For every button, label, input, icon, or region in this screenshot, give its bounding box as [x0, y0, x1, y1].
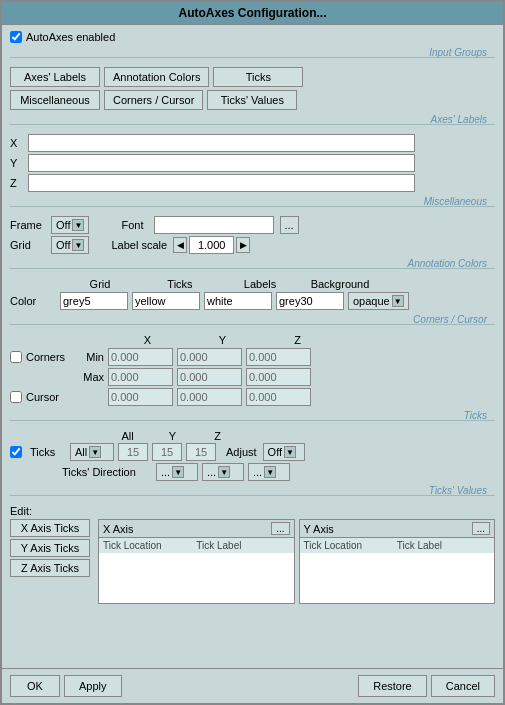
- tab-row-1: Axes' Labels Annotation Colors Ticks: [10, 67, 415, 87]
- x-axis-table-dots-button[interactable]: ...: [271, 522, 289, 535]
- cursor-z-input[interactable]: [246, 388, 311, 406]
- dir-y-value: ...: [207, 466, 216, 478]
- axes-labels-divider-row: Axes' Labels: [10, 114, 495, 130]
- grid-label: Grid: [10, 239, 45, 251]
- annot-col-grid: Grid: [60, 278, 140, 290]
- y-axis-input[interactable]: [28, 154, 415, 172]
- label-scale-group: Label scale ◀ ▶: [111, 236, 250, 254]
- min-y-input[interactable]: [177, 348, 242, 366]
- ticks-color-input[interactable]: [132, 292, 200, 310]
- autoaxes-checkbox[interactable]: [10, 31, 22, 43]
- section-label-input-groups: Input Groups: [429, 47, 487, 58]
- tab-ticks[interactable]: Ticks: [213, 67, 303, 87]
- z-label: Z: [10, 177, 28, 189]
- misc-row-1: Frame Off ▼ Font ...: [10, 216, 495, 234]
- tab-annotation-colors[interactable]: Annotation Colors: [104, 67, 209, 87]
- frame-dropdown[interactable]: Off ▼: [51, 216, 89, 234]
- scale-value-input[interactable]: [189, 236, 234, 254]
- dir-z-dropdown[interactable]: ... ▼: [248, 463, 290, 481]
- opaque-button[interactable]: opaque ▼: [348, 292, 409, 310]
- ticks-section: All Y Z Ticks All ▼ 15 15 15 Adjust Off …: [10, 430, 495, 481]
- cursor-x-input[interactable]: [108, 388, 173, 406]
- misc-row-2: Grid Off ▼ Label scale ◀ ▶: [10, 236, 495, 254]
- ticks-y-input[interactable]: 15: [118, 443, 148, 461]
- xyz-y-header: Y: [185, 334, 260, 346]
- section-label-ticks: Ticks: [464, 410, 487, 421]
- tab-corners-cursor[interactable]: Corners / Cursor: [104, 90, 203, 110]
- cancel-button[interactable]: Cancel: [431, 675, 495, 697]
- tab-ticks-values[interactable]: Ticks' Values: [207, 90, 297, 110]
- title-bar: AutoAxes Configuration...: [2, 2, 503, 25]
- y-axis-ticks-button[interactable]: Y Axis Ticks: [10, 539, 90, 557]
- restore-button[interactable]: Restore: [358, 675, 427, 697]
- label-scale-label: Label scale: [111, 239, 167, 251]
- axes-labels-section: X Y Z: [10, 134, 495, 192]
- ticks-dir-label: Ticks' Direction: [62, 466, 152, 478]
- min-z-input[interactable]: [246, 348, 311, 366]
- dir-all-dropdown[interactable]: ... ▼: [156, 463, 198, 481]
- tab-axes-labels[interactable]: Axes' Labels: [10, 67, 100, 87]
- font-dots-button[interactable]: ...: [280, 216, 299, 234]
- ticks-checkbox[interactable]: [10, 446, 22, 458]
- max-z-input[interactable]: [246, 368, 311, 386]
- frame-label: Frame: [10, 219, 45, 231]
- apply-button[interactable]: Apply: [64, 675, 122, 697]
- x-axis-table: X Axis ... Tick Location Tick Label: [98, 519, 295, 604]
- divider-misc: [10, 206, 495, 207]
- tab-miscellaneous[interactable]: Miscellaneous: [10, 90, 100, 110]
- x-axis-table-label: X Axis: [103, 523, 271, 535]
- grid-dropdown[interactable]: Off ▼: [51, 236, 89, 254]
- y-axis-table-header: Y Axis ...: [300, 520, 495, 538]
- corners-checkbox[interactable]: [10, 351, 22, 363]
- ticks-all-input[interactable]: 15: [186, 443, 216, 461]
- opaque-arrow-icon: ▼: [392, 295, 404, 307]
- ticks-header-row: All Y Z: [10, 430, 495, 442]
- min-x-input[interactable]: [108, 348, 173, 366]
- x-axis-ticks-button[interactable]: X Axis Ticks: [10, 519, 90, 537]
- cursor-y-input[interactable]: [177, 388, 242, 406]
- edit-buttons-group: X Axis Ticks Y Axis Ticks Z Axis Ticks: [10, 519, 90, 604]
- ticks-z-input[interactable]: 15: [152, 443, 182, 461]
- frame-value: Off: [56, 219, 70, 231]
- z-axis-input[interactable]: [28, 174, 415, 192]
- section-label-axes-labels: Axes' Labels: [431, 114, 487, 125]
- grid-arrow-icon: ▼: [72, 239, 84, 251]
- max-x-input[interactable]: [108, 368, 173, 386]
- max-y-input[interactable]: [177, 368, 242, 386]
- grid-color-input[interactable]: [60, 292, 128, 310]
- dir-y-dropdown[interactable]: ... ▼: [202, 463, 244, 481]
- y-axis-table-label: Y Axis: [304, 523, 472, 535]
- divider-axes-labels: [10, 124, 495, 125]
- scale-left-arrow-icon[interactable]: ◀: [173, 237, 187, 253]
- annot-col-bg: Background: [300, 278, 380, 290]
- font-input[interactable]: [154, 216, 274, 234]
- corners-max-row: Max: [10, 368, 495, 386]
- x-label: X: [10, 137, 28, 149]
- cursor-checkbox[interactable]: [10, 391, 22, 403]
- ok-button[interactable]: OK: [10, 675, 60, 697]
- frame-arrow-icon: ▼: [72, 219, 84, 231]
- autoaxes-row: AutoAxes enabled: [10, 31, 495, 43]
- bg-color-input[interactable]: [276, 292, 344, 310]
- scale-right-arrow-icon[interactable]: ▶: [236, 237, 250, 253]
- annot-divider-row: Annotation Colors: [10, 258, 495, 274]
- ticks-all-dropdown[interactable]: All ▼: [70, 443, 114, 461]
- z-axis-ticks-button[interactable]: Z Axis Ticks: [10, 559, 90, 577]
- annot-header: Grid Ticks Labels Background: [10, 278, 495, 290]
- x-axis-table-body: [99, 553, 294, 603]
- dir-y-arrow-icon: ▼: [218, 466, 230, 478]
- x-axis-input[interactable]: [28, 134, 415, 152]
- adjust-dropdown[interactable]: Off ▼: [263, 443, 305, 461]
- y-axis-table-dots-button[interactable]: ...: [472, 522, 490, 535]
- opaque-label: opaque: [353, 295, 390, 307]
- ticks-values-row: X Axis Ticks Y Axis Ticks Z Axis Ticks X…: [10, 519, 495, 604]
- ticks-all-arrow-icon: ▼: [89, 446, 101, 458]
- x-axis-table-header: X Axis ...: [99, 520, 294, 538]
- cursor-label: Cursor: [26, 391, 70, 403]
- xyz-z-header: Z: [260, 334, 335, 346]
- labels-color-input[interactable]: [204, 292, 272, 310]
- ticksval-divider-row: Ticks' Values: [10, 485, 495, 501]
- divider-input-groups: [10, 57, 495, 58]
- adjust-label: Adjust: [226, 446, 257, 458]
- x-col2-label: Tick Label: [196, 540, 289, 551]
